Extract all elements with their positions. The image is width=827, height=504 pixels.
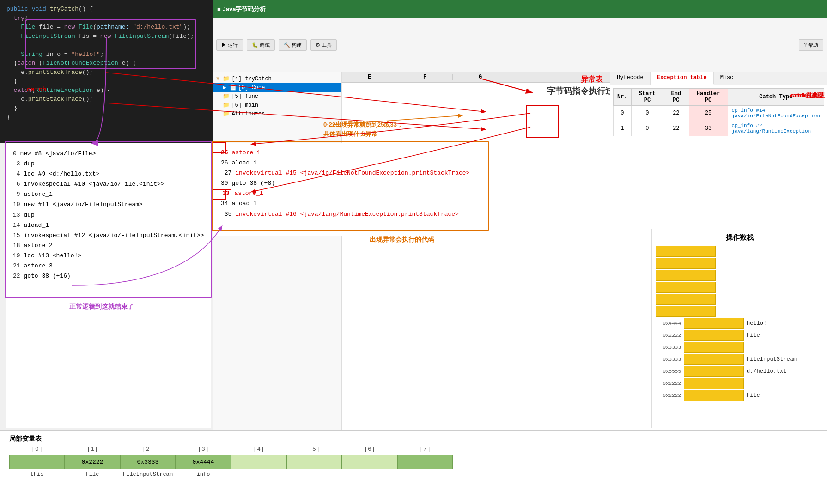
bc-30: 30 goto 38 (+8): [221, 178, 479, 188]
code-line-7: }: [6, 77, 206, 86]
col-f: F: [397, 74, 453, 80]
stack-bar-file2: 0x2222 File: [656, 390, 823, 401]
col-e: E: [342, 74, 397, 80]
exc-row-0: 0 0 22 25 cp_info #14java/io/FileNotFoun…: [614, 106, 824, 121]
exc-end-0: 22: [663, 106, 689, 121]
bytecode-lines-right: 25 astore_1 26 aload_1 27 invokevirtual …: [213, 143, 486, 236]
stack-bar-file1: 0x2222 File: [656, 330, 823, 341]
exception-table-chinese-label: 异常表: [581, 75, 603, 85]
lv-header-row: [0] [1] [2] [3] [4] [5] [6] [7]: [9, 446, 453, 453]
exc-end-1: 22: [663, 121, 689, 136]
lv-name-row: this File FileInputStream info: [9, 471, 453, 478]
exc-type-1: cp_info #2java/lang/RuntimeException: [728, 121, 824, 136]
col-start-pc: Start PC: [631, 89, 663, 106]
exception-tabs: Bytecode Exception table Misc: [610, 72, 827, 85]
bc-3: 3 dup: [13, 159, 204, 169]
code-line-try: try{: [6, 14, 206, 23]
btn-help[interactable]: ? 帮助: [799, 39, 823, 51]
stack-bar-empty-1: [656, 246, 823, 257]
code-line-blank: [6, 41, 206, 50]
bc-10: 10 new #11 <java/io/FileInputStream>: [13, 200, 204, 210]
stack-bar-empty-5: [656, 294, 823, 305]
toolbar: ■ Java字节码分析 ▶ 运行 🐛 调试 🔨 构建 ⚙ 工具 ? 帮助: [213, 0, 827, 72]
code-line-8: e.printStackTrace();: [6, 95, 206, 104]
stack-bar-empty-6: [656, 306, 823, 317]
stack-bar-empty-4: [656, 282, 823, 293]
stack-bar-hello: 0x4444 hello!: [656, 318, 823, 329]
bc-21: 21 astore_3: [13, 261, 204, 271]
bc-26: 26 aload_1: [221, 158, 479, 168]
code-line-3: File file = new File(pathname: "d:/hello…: [6, 23, 206, 32]
exc-nr-0: 0: [614, 106, 632, 121]
col-g: G: [453, 74, 508, 80]
stack-title: 操作数栈: [656, 233, 823, 242]
catch-type-ann-text: catch的类型: [790, 91, 823, 100]
code-line-1: public void tryCatch() {: [6, 5, 206, 14]
tab-bytecode[interactable]: Bytecode: [610, 72, 651, 85]
tree-item-attributes[interactable]: 📁 Attributes: [213, 109, 341, 118]
bytecode-lines-left: 0 new #8 <java/io/File> 3 dup 4 ldc #9 <…: [6, 143, 211, 428]
bc-13: 13 dup: [13, 210, 204, 220]
tab-exception-table[interactable]: Exception table: [651, 72, 714, 85]
code-line-9: }: [6, 104, 206, 113]
bc-22: 22 goto 38 (+16): [13, 271, 204, 281]
bc-25: 25 astore_1: [221, 148, 479, 158]
normal-end-label: 正常逻辑到这就结束了: [69, 303, 134, 311]
code-line-5: String info = "hello!";: [6, 50, 206, 59]
operand-stack-panel: 操作数栈 0x4444 hello! 0x2222 File: [651, 229, 827, 428]
col-nr: Nr.: [614, 89, 632, 106]
exc-nr-1: 1: [614, 121, 632, 136]
bc-6: 6 invokespecial #10 <java/io/File.<init>…: [13, 179, 204, 189]
code-line-10: }: [6, 113, 206, 122]
stack-bar-path: 0x5555 d:/hello.txt: [656, 366, 823, 377]
bc-4: 4 ldc #9 <d:/hello.txt>: [13, 169, 204, 179]
bc-33: 33 astore_1: [221, 188, 479, 199]
catch-annotation: catch: [27, 86, 46, 93]
exc-handler-0: 25: [689, 106, 728, 121]
tab-misc[interactable]: Misc: [714, 72, 741, 85]
stack-bar-empty-2: [656, 258, 823, 269]
exc-start-0: 0: [631, 106, 663, 121]
stack-bar-fis: 0x3333 FileInputStream: [656, 354, 823, 365]
exc-row-1: 1 0 22 33 cp_info #2java/lang/RuntimeExc…: [614, 121, 824, 136]
bc-0: 0 new #8 <java/io/File>: [13, 149, 204, 159]
bc-34: 34 aload_1: [221, 199, 479, 209]
tree-item-func[interactable]: 📁 [5] func: [213, 92, 341, 101]
stack-bar-empty-3: [656, 270, 823, 281]
bc-35: 35 invokevirtual #16 <java/lang/RuntimeE…: [221, 209, 479, 219]
col-end-pc: End PC: [663, 89, 689, 106]
code-line-4: FileInputStream fis = new FileInputStrea…: [6, 32, 206, 41]
stack-bars: 0x4444 hello! 0x2222 File 0x3333 0x3333 …: [656, 246, 823, 401]
lv-value-row: 0x2222 0x3333 0x4444: [9, 455, 453, 469]
exc-type-0: cp_info #14java/io/FileNotFoundException: [728, 106, 824, 121]
range-annotation: 0-22出现异常就跳到25或33，具体看出现什么异常: [323, 120, 403, 138]
btn-build[interactable]: 🔨 构建: [279, 39, 307, 51]
bc-9: 9 astore_1: [13, 189, 204, 200]
code-line-6: e.printStackTrace();: [6, 68, 206, 77]
tree-item-main[interactable]: 📁 [6] main: [213, 101, 341, 109]
local-variable-table: 局部变量表 [0] [1] [2] [3] [4] [5] [6] [7] 0x…: [0, 430, 827, 504]
bc-15: 15 invokespecial #12 <java/io/FileInputS…: [13, 231, 204, 241]
btn-debug[interactable]: 🐛 调试: [247, 39, 275, 51]
bc-18: 18 astore_2: [13, 241, 204, 251]
code-panel: public void tryCatch() { try{ File file …: [0, 0, 213, 143]
bc-14: 14 aload_1: [13, 220, 204, 231]
bc-27: 27 invokevirtual #15 <java/io/FileNotFou…: [221, 168, 479, 178]
stack-bar-3333a: 0x3333: [656, 342, 823, 353]
btn-run[interactable]: ▶ 运行: [216, 39, 243, 51]
tree-item-code[interactable]: ▶ 📄 [0] Code: [213, 83, 341, 92]
exc-exec-label: 出现异常会执行的代码: [370, 236, 434, 244]
col-handler-pc: Handler PC: [689, 89, 728, 106]
tree-item-trycatch[interactable]: ▼ 📁 [4] tryCatch: [213, 74, 341, 83]
file-tree: ▼ 📁 [4] tryCatch ▶ 📄 [0] Code 📁 [5] func…: [213, 72, 342, 430]
exc-start-1: 0: [631, 121, 663, 136]
exc-handler-1: 33: [689, 121, 728, 136]
toolbar-buttons: ▶ 运行 🐛 调试 🔨 构建 ⚙ 工具 ? 帮助: [213, 18, 827, 72]
lv-title: 局部变量表: [9, 435, 818, 443]
bc-19: 19 ldc #13 <hello!>: [13, 251, 204, 261]
btn-tools[interactable]: ⚙ 工具: [310, 39, 337, 51]
stack-bar-2222b: 0x2222: [656, 378, 823, 389]
code-line-catch1: }catch (FileNotFoundException e) {: [6, 59, 206, 68]
